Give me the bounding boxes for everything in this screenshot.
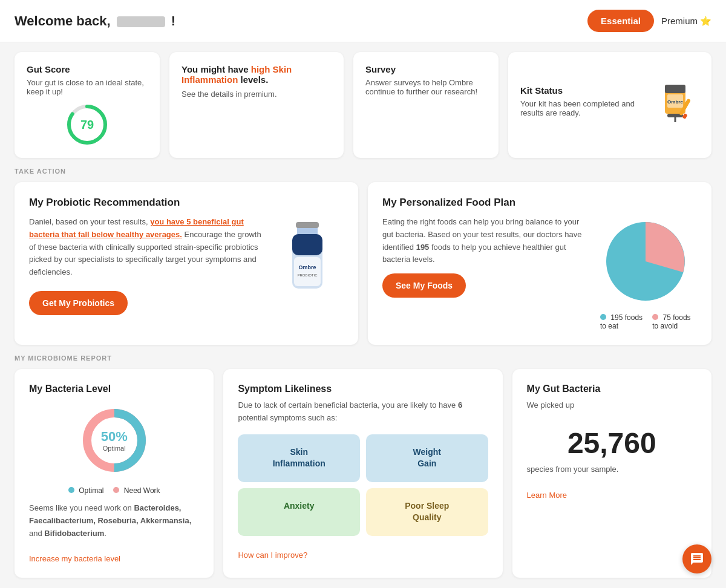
gut-bacteria-card: My Gut Bacteria We picked up 25,760 spec… — [512, 369, 711, 578]
bacteria-donut: 50% Optimal — [78, 404, 151, 477]
gut-score-card: Gut Score Your gut is close to an ideal … — [15, 52, 160, 158]
legend-optimal: Optimal — [68, 486, 104, 495]
gut-bacteria-count: 25,760 — [527, 426, 697, 460]
donut-label: 50% Optimal — [101, 429, 128, 452]
kit-content: Kit Status Your kit has been completed a… — [520, 85, 651, 125]
learn-more-link[interactable]: Learn More — [527, 491, 567, 500]
optimal-label: Optimal — [79, 486, 103, 495]
svg-text:PROBIOTIC: PROBIOTIC — [297, 273, 318, 277]
svg-text:Ombre: Ombre — [298, 264, 316, 270]
probiotic-card: My Probiotic Recommendation Daniel, base… — [15, 182, 358, 345]
microbiome-label: MY MICROBIOME REPORT — [15, 354, 711, 362]
take-action-label: TAKE ACTION — [15, 168, 711, 175]
symptom-post: potential symptoms such as: — [238, 413, 337, 422]
legend-need-work: Need Work — [113, 486, 160, 495]
symptom-grid: SkinInflammation WeightGain Anxiety Poor… — [238, 434, 488, 536]
see-my-foods-button[interactable]: See My Foods — [382, 273, 466, 298]
legend-eat-dot — [600, 314, 606, 320]
top-cards-row: Gut Score Your gut is close to an ideal … — [15, 52, 711, 158]
bacteria-and: and — [29, 529, 44, 538]
svg-text:Ombre: Ombre — [667, 99, 683, 105]
symptom-skin-inflammation: SkinInflammation — [238, 434, 360, 482]
username-placeholder — [117, 16, 165, 27]
svg-rect-12 — [292, 234, 322, 255]
probiotic-title: My Probiotic Recommendation — [29, 197, 344, 209]
gut-bacteria-subtitle: We picked up — [527, 399, 697, 412]
svg-rect-16 — [296, 222, 319, 228]
kit-status-card: Kit Status Your kit has been completed a… — [508, 52, 711, 158]
optimal-dot — [68, 487, 74, 493]
how-improve-link[interactable]: How can I improve? — [238, 550, 307, 560]
symptom-title: Symptom Likeliness — [238, 384, 488, 394]
bacteria-legend: Optimal Need Work — [29, 486, 199, 495]
legend-avoid-dot — [652, 314, 658, 320]
symptom-anxiety: Anxiety — [238, 488, 360, 536]
essential-button[interactable]: Essential — [587, 10, 654, 32]
kit-title: Kit Status — [520, 85, 651, 96]
legend-eat-label: 195 foods to eat — [600, 313, 643, 330]
donut-percent: 50% — [101, 429, 128, 445]
food-inner: Eating the right foods can help you brin… — [382, 216, 697, 330]
donut-sublabel: Optimal — [101, 445, 128, 452]
main-content: Gut Score Your gut is close to an ideal … — [0, 42, 726, 587]
food-plan-title: My Personalized Food Plan — [382, 197, 697, 209]
survey-card: Survey Answer surveys to help Ombre cont… — [353, 52, 499, 158]
probiotic-pre: Daniel, based on your test results, — [29, 217, 150, 226]
symptom-likeliness-card: Symptom Likeliness Due to lack of certai… — [223, 369, 502, 578]
kit-subtitle: Your kit has been completed and results … — [520, 99, 651, 117]
get-probiotics-button[interactable]: Get My Probiotics — [29, 291, 128, 315]
survey-title: Survey — [365, 64, 486, 74]
probiotic-inner: Daniel, based on your test results, you … — [29, 216, 344, 315]
symptom-pre: Due to lack of certain beneficial bacter… — [238, 400, 457, 410]
gut-score-value: 79 — [80, 118, 94, 132]
bacteria-body: Seems like you need work on Bacteroides,… — [29, 502, 199, 540]
symptom-count: 6 — [458, 400, 462, 410]
food-body: Eating the right foods can help you brin… — [382, 216, 590, 266]
top-bar: Welcome back, ! Essential Premium ⭐ — [0, 0, 726, 42]
bacteria-name2: Bifidobacterium — [44, 529, 104, 538]
gut-bacteria-title: My Gut Bacteria — [527, 384, 697, 394]
need-work-dot — [113, 487, 119, 493]
chat-icon — [690, 552, 704, 566]
microbiome-cards: My Bacteria Level 50% Optimal Optimal — [15, 369, 711, 578]
kit-icon: Ombre — [651, 80, 699, 130]
bacteria-end: . — [104, 529, 106, 538]
symptom-weight-gain: WeightGain — [366, 434, 488, 482]
gut-bacteria-suffix: species from your sample. — [527, 465, 697, 474]
food-text: Eating the right foods can help you brin… — [382, 216, 590, 298]
symptom-body: Due to lack of certain beneficial bacter… — [238, 399, 488, 425]
symptom-poor-sleep: Poor SleepQuality — [366, 488, 488, 536]
skin-inflammation-card: You might have high Skin Inflammation le… — [169, 52, 344, 158]
premium-label: Premium — [661, 16, 698, 26]
food-count: 195 — [416, 243, 430, 252]
probiotic-body: Daniel, based on your test results, you … — [29, 216, 261, 279]
bacteria-pre: Seems like you need work on — [29, 503, 134, 512]
chat-button[interactable] — [682, 544, 711, 573]
gut-score-title: Gut Score — [27, 64, 148, 74]
premium-star: ⭐ — [700, 16, 711, 27]
food-pie-chart: 195 foods to eat 75 foods to avoid — [600, 216, 697, 330]
gut-score-subtitle: Your gut is close to an ideal state, kee… — [27, 78, 148, 96]
welcome-heading: Welcome back, ! — [15, 13, 175, 29]
svg-rect-13 — [294, 257, 321, 286]
food-plan-card: My Personalized Food Plan Eating the rig… — [368, 182, 711, 345]
survey-subtitle: Answer surveys to help Ombre continue to… — [365, 78, 486, 96]
action-cards-row: My Probiotic Recommendation Daniel, base… — [15, 182, 711, 345]
need-work-label: Need Work — [124, 486, 160, 495]
probiotic-bottle: Ombre PROBIOTIC — [271, 216, 344, 307]
skin-post: levels. — [238, 74, 268, 85]
food-legend: 195 foods to eat 75 foods to avoid — [600, 313, 697, 330]
welcome-text: Welcome back, — [15, 13, 111, 28]
svg-rect-3 — [665, 85, 685, 93]
bacteria-level-title: My Bacteria Level — [29, 384, 199, 394]
plan-buttons: Essential Premium ⭐ — [587, 10, 711, 32]
legend-eat: 195 foods to eat — [600, 313, 643, 330]
skin-subtitle: See the details in premium. — [182, 90, 332, 99]
probiotic-text: Daniel, based on your test results, you … — [29, 216, 261, 315]
premium-button[interactable]: Premium ⭐ — [661, 16, 711, 27]
bacteria-level-card: My Bacteria Level 50% Optimal Optimal — [15, 369, 214, 578]
increase-bacteria-link[interactable]: Increase my bacteria level — [29, 554, 120, 563]
skin-title: You might have high Skin Inflammation le… — [182, 64, 332, 85]
welcome-exclamation: ! — [171, 13, 175, 28]
legend-avoid: 75 foods to avoid — [652, 313, 697, 330]
